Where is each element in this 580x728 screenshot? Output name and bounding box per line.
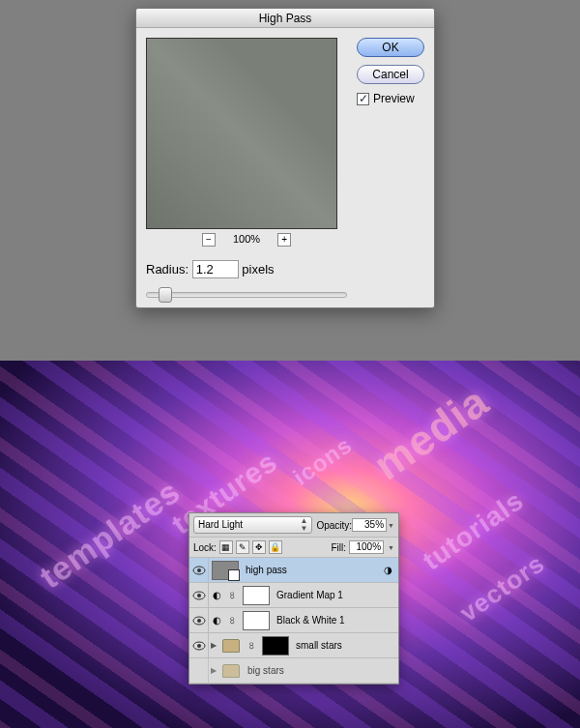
layer-name: Black & White 1	[273, 615, 345, 626]
art-text: templates	[33, 472, 188, 596]
layer-row[interactable]: ◐ 𝟾 Gradient Map 1	[189, 583, 398, 608]
layers-panel: Hard Light ▲▼ Opacity: 35%▼ Lock: ▦ ✎ ✥ …	[188, 512, 399, 684]
blend-mode-value: Hard Light	[198, 517, 243, 533]
radius-unit: pixels	[242, 262, 274, 277]
svg-point-3	[197, 594, 201, 597]
expand-icon[interactable]: ▶	[211, 641, 217, 650]
visibility-toggle[interactable]	[189, 658, 209, 684]
mask-thumbnail	[243, 586, 270, 605]
expand-icon[interactable]: ▶	[211, 666, 217, 675]
dialog-title: High Pass	[136, 9, 434, 28]
radius-slider[interactable]	[146, 292, 347, 298]
blend-mode-select[interactable]: Hard Light ▲▼	[193, 516, 312, 534]
visibility-toggle[interactable]	[189, 558, 209, 583]
cancel-button[interactable]: Cancel	[357, 65, 424, 84]
layer-row[interactable]: ◐ 𝟾 Black & White 1	[189, 608, 398, 633]
chevron-down-icon[interactable]: ▼	[388, 522, 394, 529]
preview-checkbox[interactable]: ✓	[357, 93, 369, 105]
layer-row[interactable]: ▶ 𝟾 small stars	[189, 633, 398, 658]
zoom-in-button[interactable]: +	[277, 233, 291, 247]
adjustment-icon: ◐	[209, 590, 224, 600]
layer-name: big stars	[244, 665, 284, 676]
lock-transparency-icon[interactable]: ▦	[219, 540, 233, 554]
lock-all-icon[interactable]: 🔒	[269, 540, 282, 554]
radius-input[interactable]	[192, 260, 239, 278]
opacity-input[interactable]: 35%	[352, 518, 387, 532]
filter-preview	[146, 38, 337, 229]
mask-thumbnail	[262, 636, 289, 655]
folder-icon	[222, 664, 240, 678]
mask-thumbnail	[243, 611, 270, 630]
layer-name: Gradient Map 1	[273, 590, 343, 600]
link-icon: 𝟾	[244, 640, 259, 652]
svg-point-7	[197, 644, 201, 648]
svg-point-5	[197, 619, 201, 623]
link-icon: 𝟾	[224, 615, 240, 626]
layer-row[interactable]: ▶ big stars	[189, 658, 398, 684]
link-icon: 𝟾	[224, 590, 240, 601]
layer-thumbnail	[212, 561, 239, 580]
slider-thumb[interactable]	[159, 287, 172, 303]
radius-label: Radius:	[146, 262, 188, 277]
folder-icon	[222, 639, 240, 653]
zoom-level: 100%	[233, 233, 260, 245]
select-arrows-icon: ▲▼	[300, 517, 307, 533]
zoom-out-button[interactable]: −	[202, 233, 216, 247]
art-text: icons	[288, 431, 358, 491]
adjustment-icon: ◐	[209, 615, 224, 626]
smart-object-icon: ◑	[384, 565, 392, 575]
layer-name: small stars	[292, 640, 342, 651]
art-text: media	[365, 377, 498, 490]
fill-input[interactable]: 100%	[349, 540, 384, 554]
layer-row[interactable]: high pass ◑	[189, 558, 398, 583]
lock-move-icon[interactable]: ✥	[252, 540, 266, 554]
layer-name: high pass	[242, 565, 287, 575]
ok-button[interactable]: OK	[357, 38, 424, 57]
high-pass-dialog: High Pass − 100% + Radius: pixels OK Can…	[135, 8, 435, 308]
lock-brush-icon[interactable]: ✎	[236, 540, 249, 554]
visibility-toggle[interactable]	[189, 608, 209, 633]
chevron-down-icon[interactable]: ▼	[388, 544, 394, 551]
svg-point-1	[197, 568, 201, 572]
lock-label: Lock:	[193, 542, 217, 553]
visibility-toggle[interactable]	[189, 633, 209, 658]
art-text: vectors	[454, 548, 550, 627]
fill-label: Fill:	[332, 542, 347, 553]
opacity-label: Opacity:	[316, 520, 352, 531]
preview-label: Preview	[373, 92, 415, 105]
visibility-toggle[interactable]	[189, 583, 209, 608]
